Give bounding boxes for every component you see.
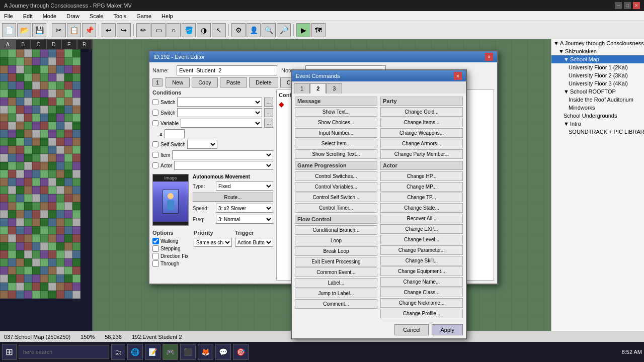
change-party-member-btn[interactable]: Change Party Member...: [380, 149, 463, 159]
variable-check[interactable]: [152, 120, 158, 126]
change-weapons-btn[interactable]: Change Weapons...: [380, 128, 463, 138]
switch2-btn[interactable]: …: [264, 108, 273, 117]
through-check[interactable]: [152, 260, 159, 267]
stepping-check[interactable]: [152, 245, 159, 252]
actor-select[interactable]: [174, 161, 273, 170]
tile-tab-r[interactable]: R: [77, 39, 93, 49]
show-text-btn[interactable]: Show Text...: [295, 107, 377, 117]
change-hp-btn[interactable]: Change HP...: [380, 171, 463, 181]
switch2-select[interactable]: [177, 108, 262, 117]
variable-select[interactable]: [181, 119, 262, 128]
task-steam[interactable]: 🎯: [233, 344, 249, 360]
tile-tab-b[interactable]: B: [16, 39, 31, 49]
delete-btn[interactable]: Delete: [249, 77, 278, 87]
start-btn[interactable]: ⊞: [2, 344, 17, 360]
select-item-btn[interactable]: Select Item...: [295, 139, 377, 148]
switch1-select[interactable]: [177, 98, 262, 107]
tile-tab-e[interactable]: E: [61, 39, 77, 49]
tree-mindworks[interactable]: Mindworks: [551, 104, 644, 112]
switch1-btn[interactable]: …: [264, 98, 273, 107]
task-browser2[interactable]: 🦊: [198, 344, 213, 360]
menu-help[interactable]: Help: [159, 12, 175, 20]
task-rpgmaker[interactable]: 🎮: [163, 344, 178, 360]
input-number-btn[interactable]: Input Number...: [295, 128, 377, 138]
image-preview[interactable]: [153, 182, 188, 222]
paste-btn[interactable]: 📌: [82, 23, 96, 37]
tree-undergrounds[interactable]: School Undergrounds: [551, 112, 644, 120]
name-input[interactable]: [177, 65, 277, 75]
trigger-select[interactable]: Action Button: [235, 238, 273, 247]
event-editor-close[interactable]: ×: [485, 53, 493, 61]
tile-tab-c[interactable]: C: [31, 39, 46, 49]
tree-uni-3[interactable]: University Floor 3 (4Kai): [551, 79, 644, 87]
change-state-btn[interactable]: Change State...: [380, 203, 463, 213]
control-variables-btn[interactable]: Control Variables...: [295, 182, 377, 192]
close-btn[interactable]: ✕: [633, 2, 640, 9]
item-check[interactable]: [152, 152, 158, 158]
pencil-tool[interactable]: ✏: [136, 23, 150, 37]
tree-uni-2[interactable]: University Floor 2 (3Kai): [551, 71, 644, 79]
tile-tab-d[interactable]: D: [46, 39, 62, 49]
cancel-button[interactable]: Cancel: [394, 324, 429, 335]
open-btn[interactable]: 📂: [17, 23, 31, 37]
exit-event-btn[interactable]: Exit Event Processing: [295, 257, 377, 266]
window-controls[interactable]: ─ □ ✕: [615, 2, 640, 9]
self-switch-check[interactable]: [152, 141, 158, 147]
tree-school-map[interactable]: ▼ School Map: [551, 55, 644, 63]
undo-btn[interactable]: ↩: [102, 23, 116, 37]
task-file-mgr[interactable]: 🗂: [111, 344, 125, 360]
change-exp-btn[interactable]: Change EXP...: [380, 224, 463, 234]
recover-all-btn[interactable]: Recover All...: [380, 214, 463, 223]
direction-fix-check[interactable]: [152, 253, 159, 259]
copy-btn[interactable]: 📋: [67, 23, 81, 37]
task-browser[interactable]: 🌐: [127, 344, 143, 360]
change-nickname-btn[interactable]: Change Nickname...: [380, 298, 463, 308]
menu-draw[interactable]: Draw: [64, 12, 82, 20]
change-skill-btn[interactable]: Change Skill...: [380, 256, 463, 265]
tree-rooftop[interactable]: ▼ School ROOFTOP: [551, 87, 644, 96]
new-btn[interactable]: 📄: [2, 23, 16, 37]
control-timer-btn[interactable]: Control Timer...: [295, 203, 377, 213]
show-choices-btn[interactable]: Show Choices...: [295, 118, 377, 127]
task-terminal[interactable]: ⬛: [180, 344, 196, 360]
tree-root[interactable]: ▼ A Journey through Consciousness: [551, 39, 644, 47]
menu-scale[interactable]: Scale: [88, 12, 106, 20]
change-level-btn[interactable]: Change Level...: [380, 235, 463, 244]
ellipse-tool[interactable]: ○: [167, 23, 181, 37]
zoom-in-btn[interactable]: 🔎: [277, 23, 291, 37]
task-discord[interactable]: 💬: [215, 344, 231, 360]
control-switches-btn[interactable]: Control Switches...: [295, 171, 377, 181]
minimize-btn[interactable]: ─: [615, 2, 622, 9]
ec-tab-2[interactable]: 2: [310, 83, 326, 94]
priority-select[interactable]: Same as characters: [194, 238, 232, 247]
zoom-out-btn[interactable]: 🔍: [262, 23, 276, 37]
control-self-switch-btn[interactable]: Control Self Switch...: [295, 193, 377, 202]
self-switch-select[interactable]: [187, 140, 217, 149]
task-vscode[interactable]: 📝: [145, 344, 160, 360]
common-event-btn[interactable]: Common Event...: [295, 267, 377, 277]
item-select[interactable]: [172, 150, 273, 159]
loop-btn[interactable]: Loop: [295, 236, 377, 245]
char-btn[interactable]: 👤: [247, 23, 261, 37]
route-button[interactable]: Route...: [193, 193, 273, 202]
menu-mode[interactable]: Mode: [41, 12, 59, 20]
jump-to-label-btn[interactable]: Jump to Label...: [295, 289, 377, 298]
tree-soundtrack[interactable]: SOUNDTRACK + PIC LIBRARY: [551, 128, 644, 136]
tree-intro[interactable]: ▼ Intro: [551, 120, 644, 128]
show-scrolling-btn[interactable]: Show Scrolling Text...: [295, 149, 377, 159]
variable-btn[interactable]: …: [264, 119, 273, 128]
maximize-btn[interactable]: □: [624, 2, 631, 9]
change-gold-btn[interactable]: Change Gold...: [380, 107, 463, 117]
ec-tab-1[interactable]: 1: [294, 83, 310, 94]
switch1-check[interactable]: [152, 99, 158, 105]
break-loop-btn[interactable]: Break Loop: [295, 246, 377, 256]
save-btn[interactable]: 💾: [32, 23, 46, 37]
cut-btn[interactable]: ✂: [52, 23, 66, 37]
change-items-btn[interactable]: Change Items...: [380, 118, 463, 127]
tile-tab-a[interactable]: A: [0, 39, 16, 49]
menu-tools[interactable]: Tools: [111, 12, 128, 20]
change-parameter-btn[interactable]: Change Parameter...: [380, 245, 463, 255]
settings-btn[interactable]: ⚙: [231, 23, 246, 37]
actor-check[interactable]: [152, 162, 158, 168]
play-btn[interactable]: ▶: [296, 23, 310, 37]
